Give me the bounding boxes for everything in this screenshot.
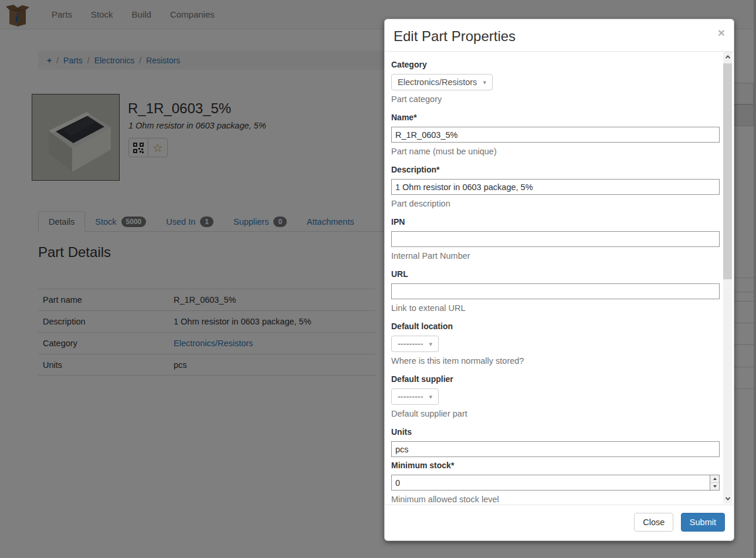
ipn-input[interactable] bbox=[391, 231, 720, 247]
scrollbar-down-button[interactable] bbox=[723, 493, 732, 503]
field-label: Default supplier bbox=[391, 374, 712, 384]
field-label: Units bbox=[391, 427, 712, 437]
field-label: Name* bbox=[391, 113, 712, 122]
field-help: Part name (must be unique) bbox=[391, 147, 712, 156]
field-default-supplier: Default supplier --------- ▾ Default sup… bbox=[391, 374, 712, 418]
modal-footer: Close Submit bbox=[385, 505, 734, 540]
field-label: Category bbox=[391, 60, 712, 69]
field-default-location: Default location --------- ▾ Where is th… bbox=[391, 322, 712, 366]
field-category: Category Electronics/Resistors ▾ Part ca… bbox=[391, 60, 712, 104]
modal-body: Category Electronics/Resistors ▾ Part ca… bbox=[385, 52, 734, 503]
chevron-down-icon: ▾ bbox=[429, 340, 432, 348]
field-label: URL bbox=[391, 269, 712, 279]
select-value: Electronics/Resistors bbox=[398, 77, 477, 87]
chevron-down-icon bbox=[725, 495, 730, 500]
field-help: Where is this item normally stored? bbox=[391, 356, 712, 366]
field-name: Name* Part name (must be unique) bbox=[391, 113, 712, 156]
minimum-stock-input[interactable] bbox=[391, 475, 720, 491]
chevron-up-icon bbox=[725, 55, 730, 60]
submit-button[interactable]: Submit bbox=[681, 513, 725, 532]
stepper-up-button[interactable] bbox=[710, 475, 719, 483]
scrollbar-up-button[interactable] bbox=[723, 52, 732, 62]
select-value: --------- bbox=[398, 392, 423, 401]
description-input[interactable] bbox=[391, 179, 720, 195]
field-url: URL Link to extenal URL bbox=[391, 269, 712, 313]
field-help: Minimum allowed stock level bbox=[391, 495, 712, 503]
url-input[interactable] bbox=[391, 283, 720, 299]
edit-part-modal: Edit Part Properties × Category Electron… bbox=[384, 19, 734, 541]
field-label: IPN bbox=[391, 217, 712, 226]
modal-title: Edit Part Properties bbox=[394, 28, 725, 45]
close-icon[interactable]: × bbox=[718, 26, 725, 39]
field-label: Description* bbox=[391, 165, 712, 174]
field-label: Default location bbox=[391, 322, 712, 331]
field-ipn: IPN Internal Part Number bbox=[391, 217, 712, 261]
chevron-down-icon: ▾ bbox=[429, 393, 432, 401]
field-minimum-stock: Minimum stock* Minimum allowed stock lev… bbox=[391, 461, 712, 503]
field-help: Internal Part Number bbox=[391, 251, 712, 261]
units-input[interactable] bbox=[391, 441, 720, 457]
select-value: --------- bbox=[398, 339, 423, 349]
stepper-up-icon bbox=[713, 478, 717, 480]
modal-scrollbar[interactable] bbox=[723, 52, 732, 503]
field-help: Default supplier part bbox=[391, 409, 712, 418]
field-description: Description* Part description bbox=[391, 165, 712, 208]
field-help: Link to extenal URL bbox=[391, 303, 712, 313]
category-select[interactable]: Electronics/Resistors ▾ bbox=[391, 74, 493, 90]
field-help: Part category bbox=[391, 94, 712, 104]
chevron-down-icon: ▾ bbox=[483, 79, 486, 86]
default-location-select[interactable]: --------- ▾ bbox=[391, 336, 439, 352]
name-input[interactable] bbox=[391, 127, 720, 143]
stepper-down-button[interactable] bbox=[710, 483, 719, 490]
field-units: Units bbox=[391, 427, 712, 461]
default-supplier-select[interactable]: --------- ▾ bbox=[391, 388, 439, 405]
close-button[interactable]: Close bbox=[634, 513, 673, 532]
field-help: Part description bbox=[391, 199, 712, 208]
modal-header: Edit Part Properties × bbox=[385, 19, 734, 52]
number-stepper bbox=[710, 475, 719, 490]
field-label: Minimum stock* bbox=[391, 461, 712, 470]
stepper-down-icon bbox=[713, 485, 717, 488]
scrollbar-thumb[interactable] bbox=[723, 63, 732, 279]
